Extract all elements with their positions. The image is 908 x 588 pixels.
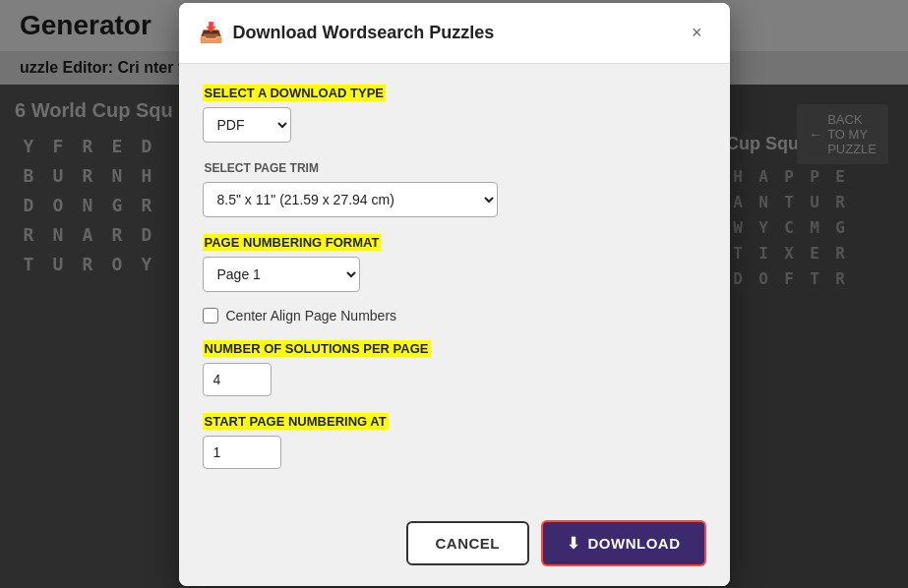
- modal-overlay: 📥 Download Wordsearch Puzzles × SELECT A…: [0, 0, 908, 588]
- page-trim-select[interactable]: 8.5" x 11" (21.59 x 27.94 cm) A4 (21 x 2…: [203, 182, 498, 217]
- modal-download-icon: 📥: [199, 21, 223, 44]
- download-label: DOWNLOAD: [588, 535, 681, 552]
- cancel-button[interactable]: CANCEL: [406, 521, 530, 565]
- modal-close-button[interactable]: ×: [684, 19, 710, 47]
- download-modal: 📥 Download Wordsearch Puzzles × SELECT A…: [179, 3, 730, 586]
- start-page-group: START PAGE NUMBERING AT: [203, 412, 706, 469]
- modal-header: 📥 Download Wordsearch Puzzles ×: [179, 3, 730, 64]
- center-align-checkbox[interactable]: [203, 308, 218, 323]
- download-type-select[interactable]: PDF PNG JPG: [203, 107, 291, 143]
- center-align-label: Center Align Page Numbers: [226, 308, 397, 323]
- download-type-label: SELECT A DOWNLOAD TYPE: [203, 85, 386, 101]
- modal-footer: CANCEL ⬇ DOWNLOAD: [179, 504, 730, 586]
- download-button[interactable]: ⬇ DOWNLOAD: [541, 520, 706, 566]
- center-align-row: Center Align Page Numbers: [203, 308, 706, 323]
- page-numbering-label: PAGE NUMBERING FORMAT: [203, 234, 382, 251]
- download-type-group: SELECT A DOWNLOAD TYPE PDF PNG JPG: [203, 84, 706, 143]
- modal-body: SELECT A DOWNLOAD TYPE PDF PNG JPG SELEC…: [179, 64, 730, 504]
- page-numbering-select[interactable]: Page 1 Page 2 1 of N: [203, 257, 360, 292]
- download-icon: ⬇: [567, 534, 580, 553]
- solutions-group: NUMBER OF SOLUTIONS PER PAGE: [203, 339, 706, 396]
- page-trim-label: SELECT PAGE TRIM: [203, 160, 321, 176]
- start-page-label: START PAGE NUMBERING AT: [203, 413, 389, 430]
- solutions-input[interactable]: [203, 363, 272, 396]
- start-page-input[interactable]: [203, 436, 281, 469]
- modal-title: Download Wordsearch Puzzles: [233, 23, 674, 43]
- page-trim-group: SELECT PAGE TRIM 8.5" x 11" (21.59 x 27.…: [203, 158, 706, 217]
- page-numbering-group: PAGE NUMBERING FORMAT Page 1 Page 2 1 of…: [203, 233, 706, 292]
- solutions-label: NUMBER OF SOLUTIONS PER PAGE: [203, 340, 431, 357]
